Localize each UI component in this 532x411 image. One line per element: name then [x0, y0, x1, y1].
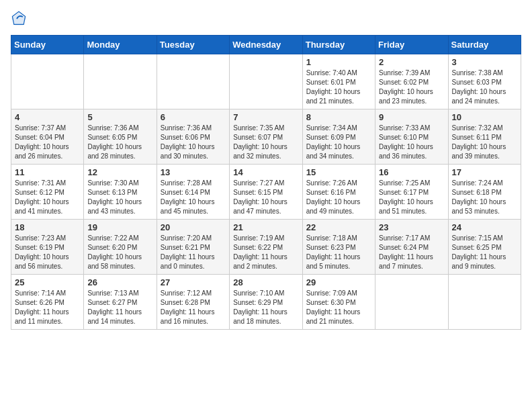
day-number: 17: [452, 167, 517, 177]
day-info: Sunrise: 7:14 AM Sunset: 6:26 PM Dayligh…: [15, 289, 80, 326]
day-number: 5: [87, 112, 152, 122]
logo-icon: [11, 11, 27, 27]
calendar-cell: 15Sunrise: 7:26 AM Sunset: 6:16 PM Dayli…: [302, 165, 375, 220]
day-header-tuesday: Tuesday: [157, 36, 229, 54]
day-info: Sunrise: 7:32 AM Sunset: 6:11 PM Dayligh…: [452, 124, 517, 161]
day-info: Sunrise: 7:31 AM Sunset: 6:12 PM Dayligh…: [15, 179, 80, 216]
calendar-cell: [84, 54, 157, 109]
day-number: 12: [87, 167, 152, 177]
calendar-cell: 8Sunrise: 7:34 AM Sunset: 6:09 PM Daylig…: [302, 109, 375, 165]
day-number: 6: [161, 112, 226, 122]
day-info: Sunrise: 7:26 AM Sunset: 6:16 PM Dayligh…: [306, 179, 371, 216]
day-number: 26: [87, 277, 152, 287]
day-info: Sunrise: 7:13 AM Sunset: 6:27 PM Dayligh…: [87, 289, 152, 326]
calendar-cell: 4Sunrise: 7:37 AM Sunset: 6:04 PM Daylig…: [11, 109, 84, 165]
day-number: 28: [233, 277, 298, 287]
day-info: Sunrise: 7:30 AM Sunset: 6:13 PM Dayligh…: [87, 179, 152, 216]
day-number: 22: [306, 222, 371, 232]
day-info: Sunrise: 7:39 AM Sunset: 6:02 PM Dayligh…: [379, 68, 444, 106]
day-info: Sunrise: 7:38 AM Sunset: 6:03 PM Dayligh…: [452, 68, 517, 106]
calendar-cell: 11Sunrise: 7:31 AM Sunset: 6:12 PM Dayli…: [11, 165, 84, 220]
day-header-friday: Friday: [375, 36, 448, 54]
calendar-week-5: 25Sunrise: 7:14 AM Sunset: 6:26 PM Dayli…: [11, 275, 521, 330]
day-info: Sunrise: 7:33 AM Sunset: 6:10 PM Dayligh…: [379, 124, 444, 161]
calendar-cell: 22Sunrise: 7:18 AM Sunset: 6:23 PM Dayli…: [302, 220, 375, 275]
calendar-cell: 16Sunrise: 7:25 AM Sunset: 6:17 PM Dayli…: [375, 165, 448, 220]
day-number: 24: [452, 222, 517, 232]
calendar-cell: 1Sunrise: 7:40 AM Sunset: 6:01 PM Daylig…: [302, 54, 375, 109]
day-header-wednesday: Wednesday: [230, 36, 302, 54]
calendar-week-1: 1Sunrise: 7:40 AM Sunset: 6:01 PM Daylig…: [11, 54, 521, 109]
day-number: 18: [15, 222, 80, 232]
day-info: Sunrise: 7:10 AM Sunset: 6:29 PM Dayligh…: [233, 289, 298, 326]
calendar-cell: 18Sunrise: 7:23 AM Sunset: 6:19 PM Dayli…: [11, 220, 84, 275]
calendar-cell: 9Sunrise: 7:33 AM Sunset: 6:10 PM Daylig…: [375, 109, 448, 165]
day-number: 16: [379, 167, 444, 177]
day-info: Sunrise: 7:15 AM Sunset: 6:25 PM Dayligh…: [452, 234, 517, 271]
day-number: 14: [233, 167, 298, 177]
day-info: Sunrise: 7:27 AM Sunset: 6:15 PM Dayligh…: [233, 179, 298, 216]
day-number: 9: [379, 112, 444, 122]
calendar-table: SundayMondayTuesdayWednesdayThursdayFrid…: [11, 35, 521, 330]
day-number: 11: [15, 167, 80, 177]
logo: [11, 11, 28, 27]
calendar-cell: 6Sunrise: 7:36 AM Sunset: 6:06 PM Daylig…: [157, 109, 229, 165]
day-number: 23: [379, 222, 444, 232]
day-number: 21: [233, 222, 298, 232]
calendar-cell: 19Sunrise: 7:22 AM Sunset: 6:20 PM Dayli…: [84, 220, 157, 275]
day-number: 7: [233, 112, 298, 122]
day-info: Sunrise: 7:25 AM Sunset: 6:17 PM Dayligh…: [379, 179, 444, 216]
day-header-sunday: Sunday: [11, 36, 84, 54]
day-info: Sunrise: 7:24 AM Sunset: 6:18 PM Dayligh…: [452, 179, 517, 216]
day-info: Sunrise: 7:34 AM Sunset: 6:09 PM Dayligh…: [306, 124, 371, 161]
calendar-cell: [230, 54, 302, 109]
calendar-cell: 17Sunrise: 7:24 AM Sunset: 6:18 PM Dayli…: [448, 165, 521, 220]
day-number: 1: [306, 57, 371, 67]
calendar-cell: 26Sunrise: 7:13 AM Sunset: 6:27 PM Dayli…: [84, 275, 157, 330]
day-info: Sunrise: 7:40 AM Sunset: 6:01 PM Dayligh…: [306, 68, 371, 106]
day-number: 10: [452, 112, 517, 122]
calendar-cell: 7Sunrise: 7:35 AM Sunset: 6:07 PM Daylig…: [230, 109, 302, 165]
calendar-cell: 27Sunrise: 7:12 AM Sunset: 6:28 PM Dayli…: [157, 275, 229, 330]
calendar-cell: 24Sunrise: 7:15 AM Sunset: 6:25 PM Dayli…: [448, 220, 521, 275]
calendar-cell: 2Sunrise: 7:39 AM Sunset: 6:02 PM Daylig…: [375, 54, 448, 109]
day-number: 13: [161, 167, 226, 177]
calendar-cell: 3Sunrise: 7:38 AM Sunset: 6:03 PM Daylig…: [448, 54, 521, 109]
calendar-cell: 12Sunrise: 7:30 AM Sunset: 6:13 PM Dayli…: [84, 165, 157, 220]
day-header-saturday: Saturday: [448, 36, 521, 54]
day-number: 3: [452, 57, 517, 67]
calendar-cell: 28Sunrise: 7:10 AM Sunset: 6:29 PM Dayli…: [230, 275, 302, 330]
calendar-week-4: 18Sunrise: 7:23 AM Sunset: 6:19 PM Dayli…: [11, 220, 521, 275]
day-number: 8: [306, 112, 371, 122]
day-info: Sunrise: 7:37 AM Sunset: 6:04 PM Dayligh…: [15, 124, 80, 161]
day-number: 19: [87, 222, 152, 232]
calendar-cell: [375, 275, 448, 330]
calendar-header-row: SundayMondayTuesdayWednesdayThursdayFrid…: [11, 36, 521, 54]
day-number: 4: [15, 112, 80, 122]
calendar-week-3: 11Sunrise: 7:31 AM Sunset: 6:12 PM Dayli…: [11, 165, 521, 220]
calendar-cell: 21Sunrise: 7:19 AM Sunset: 6:22 PM Dayli…: [230, 220, 302, 275]
day-info: Sunrise: 7:36 AM Sunset: 6:05 PM Dayligh…: [87, 124, 152, 161]
day-header-thursday: Thursday: [302, 36, 375, 54]
day-info: Sunrise: 7:12 AM Sunset: 6:28 PM Dayligh…: [161, 289, 226, 326]
day-number: 29: [306, 277, 371, 287]
day-number: 20: [161, 222, 226, 232]
calendar-cell: 20Sunrise: 7:20 AM Sunset: 6:21 PM Dayli…: [157, 220, 229, 275]
page-header: [11, 11, 521, 27]
calendar-cell: [157, 54, 229, 109]
day-number: 15: [306, 167, 371, 177]
day-info: Sunrise: 7:23 AM Sunset: 6:19 PM Dayligh…: [15, 234, 80, 271]
calendar-cell: 10Sunrise: 7:32 AM Sunset: 6:11 PM Dayli…: [448, 109, 521, 165]
calendar-cell: [448, 275, 521, 330]
day-number: 27: [161, 277, 226, 287]
calendar-cell: 5Sunrise: 7:36 AM Sunset: 6:05 PM Daylig…: [84, 109, 157, 165]
day-info: Sunrise: 7:18 AM Sunset: 6:23 PM Dayligh…: [306, 234, 371, 271]
calendar-cell: 29Sunrise: 7:09 AM Sunset: 6:30 PM Dayli…: [302, 275, 375, 330]
day-info: Sunrise: 7:20 AM Sunset: 6:21 PM Dayligh…: [161, 234, 226, 271]
calendar-week-2: 4Sunrise: 7:37 AM Sunset: 6:04 PM Daylig…: [11, 109, 521, 165]
day-info: Sunrise: 7:22 AM Sunset: 6:20 PM Dayligh…: [87, 234, 152, 271]
calendar-cell: [11, 54, 84, 109]
day-info: Sunrise: 7:09 AM Sunset: 6:30 PM Dayligh…: [306, 289, 371, 326]
day-info: Sunrise: 7:35 AM Sunset: 6:07 PM Dayligh…: [233, 124, 298, 161]
calendar-cell: 13Sunrise: 7:28 AM Sunset: 6:14 PM Dayli…: [157, 165, 229, 220]
